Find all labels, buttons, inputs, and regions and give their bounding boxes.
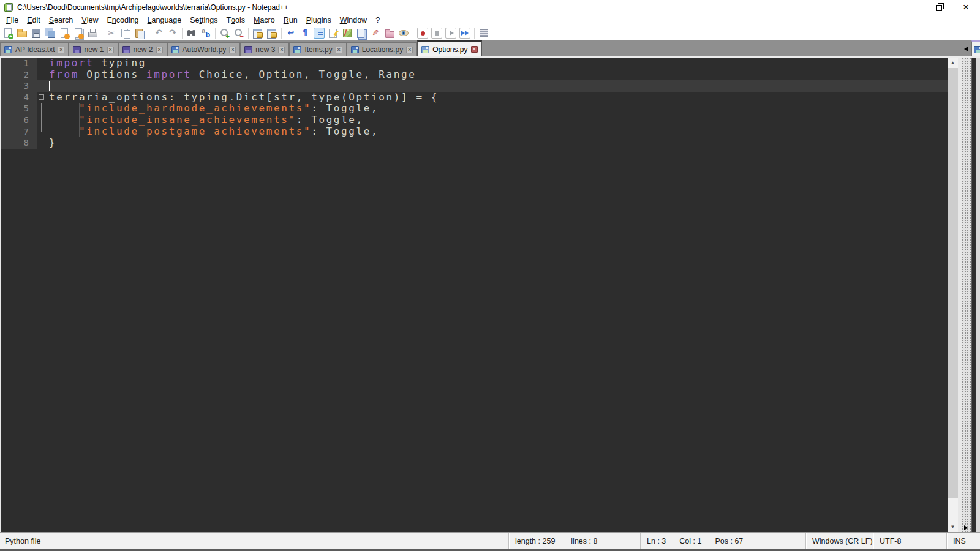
menu-plugins[interactable]: Plugins bbox=[302, 14, 336, 26]
status-encoding[interactable]: UTF-8 bbox=[873, 533, 946, 549]
monitoring-icon[interactable] bbox=[398, 28, 409, 39]
tab-label: new 1 bbox=[84, 45, 104, 54]
show-all-chars-icon[interactable] bbox=[300, 28, 311, 39]
view-splitter[interactable] bbox=[962, 58, 971, 532]
menu-run[interactable]: Run bbox=[279, 14, 302, 26]
vertical-scrollbar[interactable]: ▲ ▼ bbox=[948, 58, 958, 532]
menu-help[interactable]: ? bbox=[371, 14, 384, 26]
fold-margin bbox=[37, 69, 48, 81]
close-all-icon[interactable] bbox=[73, 28, 84, 39]
tab-close-icon[interactable]: × bbox=[471, 46, 478, 53]
code-line-3[interactable]: 3 bbox=[1, 80, 948, 92]
toolbar-separator bbox=[149, 28, 149, 39]
close-doc-icon[interactable] bbox=[59, 28, 70, 39]
code-line-1[interactable]: 1import typing bbox=[1, 58, 948, 69]
replace-icon[interactable] bbox=[200, 28, 211, 39]
notepad-plus-plus-window: C:\Users\Dood\Documents\tmp\Archipelago\… bbox=[0, 0, 980, 551]
doc-list-icon[interactable] bbox=[356, 28, 367, 39]
print-icon[interactable] bbox=[87, 28, 98, 39]
find-icon[interactable] bbox=[186, 28, 197, 39]
tab-locations-py[interactable]: Locations.py× bbox=[347, 42, 417, 56]
floppy-icon bbox=[351, 46, 359, 53]
indent-guide-icon[interactable] bbox=[314, 28, 325, 39]
code-line-6[interactable]: 6 "include_insane_achievements": Toggle, bbox=[1, 114, 948, 126]
menu-search[interactable]: Search bbox=[45, 14, 78, 26]
tab-close-icon[interactable]: × bbox=[156, 47, 163, 53]
tab-items-py[interactable]: Items.py× bbox=[289, 42, 346, 56]
fold-collapse-icon[interactable]: − bbox=[39, 94, 44, 100]
menu-tools[interactable]: Tools bbox=[222, 14, 249, 26]
code-line-4[interactable]: 4−terraria_options: typing.Dict[str, typ… bbox=[1, 92, 948, 103]
minimize-button[interactable] bbox=[895, 0, 924, 14]
tab-new-3[interactable]: new 3× bbox=[240, 42, 289, 56]
copy-icon[interactable] bbox=[120, 28, 131, 39]
open-file-icon[interactable] bbox=[17, 28, 28, 39]
code-text: "include_postgame_achievements": Toggle, bbox=[48, 126, 379, 138]
code-line-7[interactable]: 7 "include_postgame_achievements": Toggl… bbox=[1, 126, 948, 138]
save-all-icon[interactable] bbox=[45, 28, 56, 39]
tab-close-icon[interactable]: × bbox=[107, 47, 114, 53]
toolbar-separator bbox=[413, 28, 413, 39]
sync-h-icon[interactable] bbox=[266, 28, 277, 39]
zoom-in-icon[interactable] bbox=[219, 28, 230, 39]
status-insert-mode[interactable]: INS bbox=[946, 533, 980, 549]
paste-icon[interactable] bbox=[134, 28, 145, 39]
scroll-down-icon[interactable]: ▼ bbox=[948, 522, 958, 532]
tab-close-icon[interactable]: × bbox=[406, 47, 413, 53]
macro-play-icon[interactable] bbox=[445, 28, 456, 39]
save-icon[interactable] bbox=[31, 28, 42, 39]
menu-file[interactable]: File bbox=[2, 14, 23, 26]
scroll-up-icon[interactable]: ▲ bbox=[948, 58, 958, 68]
redo-icon[interactable] bbox=[167, 28, 178, 39]
zoom-out-icon[interactable] bbox=[233, 28, 244, 39]
toolbar-separator bbox=[182, 28, 183, 39]
code-line-2[interactable]: 2from Options import Choice, Option, Tog… bbox=[1, 69, 948, 81]
menu-macro[interactable]: Macro bbox=[249, 14, 279, 26]
macro-stop-icon[interactable] bbox=[431, 28, 442, 39]
menu-language[interactable]: Language bbox=[143, 14, 186, 26]
word-wrap-icon[interactable] bbox=[285, 28, 296, 39]
menu-edit[interactable]: Edit bbox=[23, 14, 45, 26]
sync-v-icon[interactable] bbox=[252, 28, 263, 39]
macro-save-icon[interactable] bbox=[478, 28, 489, 39]
tab-scroll-left-icon[interactable] bbox=[964, 47, 968, 51]
edit-marker-icon[interactable] bbox=[370, 28, 381, 39]
scrollbar-track[interactable] bbox=[948, 68, 958, 522]
doc-map-icon[interactable] bbox=[342, 28, 353, 39]
menu-settings[interactable]: Settings bbox=[186, 14, 222, 26]
code-text: from Options import Choice, Option, Togg… bbox=[48, 69, 416, 81]
undo-icon[interactable] bbox=[153, 28, 164, 39]
status-eol-format[interactable]: Windows (CR LF) bbox=[805, 533, 873, 549]
tab-close-icon[interactable]: × bbox=[336, 47, 342, 53]
menu-window[interactable]: Window bbox=[336, 14, 371, 26]
close-button[interactable] bbox=[952, 0, 980, 14]
toolbar-separator bbox=[248, 28, 249, 39]
tab-close-icon[interactable]: × bbox=[278, 47, 285, 53]
cut-icon[interactable] bbox=[106, 28, 117, 39]
menu-encoding[interactable]: Encoding bbox=[102, 14, 143, 26]
tab-autoworld-py[interactable]: AutoWorld.py× bbox=[167, 42, 241, 56]
code-line-8[interactable]: 8} bbox=[1, 137, 948, 149]
fold-margin bbox=[37, 126, 48, 138]
new-file-icon[interactable] bbox=[2, 28, 13, 39]
tab-ap-ideas-txt[interactable]: AP Ideas.txt× bbox=[0, 42, 69, 56]
menu-view[interactable]: View bbox=[77, 14, 102, 26]
macro-run-multi-icon[interactable] bbox=[459, 28, 470, 39]
tab-label: AutoWorld.py bbox=[183, 45, 227, 54]
fold-margin[interactable]: − bbox=[37, 92, 48, 103]
tab-new-2[interactable]: new 2× bbox=[118, 42, 167, 56]
restore-button[interactable] bbox=[924, 0, 952, 14]
function-list-icon[interactable] bbox=[328, 28, 339, 39]
editor-region: 1import typing2from Options import Choic… bbox=[0, 58, 980, 532]
tab-close-icon[interactable]: × bbox=[58, 47, 64, 53]
scrollbar-thumb[interactable] bbox=[948, 68, 958, 498]
tab-options-py[interactable]: Options.py× bbox=[417, 40, 481, 56]
secondary-view-tab-sliver[interactable] bbox=[971, 40, 980, 56]
fold-margin bbox=[37, 58, 48, 69]
code-editor[interactable]: 1import typing2from Options import Choic… bbox=[1, 58, 948, 532]
code-line-5[interactable]: 5 "include_hardmode_achievements": Toggl… bbox=[1, 103, 948, 114]
folder-workspace-icon[interactable] bbox=[384, 28, 395, 39]
tab-new-1[interactable]: new 1× bbox=[69, 42, 118, 56]
tab-close-icon[interactable]: × bbox=[229, 47, 236, 53]
macro-record-icon[interactable] bbox=[417, 28, 428, 39]
